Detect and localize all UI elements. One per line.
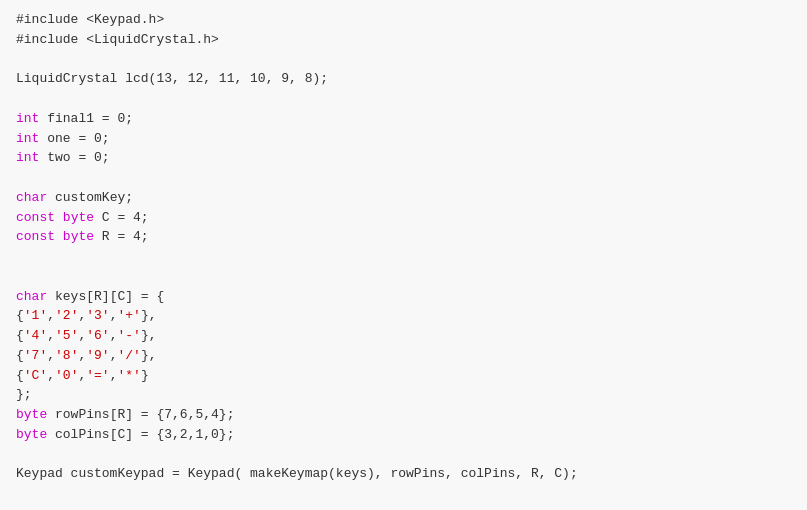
key-3: '3' — [86, 308, 109, 323]
key-11: '9' — [86, 348, 109, 363]
code-line-18: {'7','8','9','/'}, — [16, 346, 791, 366]
customkey-decl: customKey; — [47, 190, 133, 205]
key-9: '7' — [24, 348, 47, 363]
code-line-16: {'1','2','3','+'}, — [16, 306, 791, 326]
code-line-21: byte rowPins[R] = {7,6,5,4}; — [16, 405, 791, 425]
key-16: '*' — [117, 368, 140, 383]
space-1 — [55, 210, 63, 225]
final1-decl: final1 = 0; — [39, 111, 133, 126]
kw-int-2: int — [16, 131, 39, 146]
key-12: '/' — [117, 348, 140, 363]
end-brace: }; — [16, 387, 32, 402]
empty-line-13 — [16, 247, 791, 267]
code-line-17: {'4','5','6','-'}, — [16, 326, 791, 346]
keys-decl: keys[R][C] = { — [47, 289, 164, 304]
empty-line-23 — [16, 445, 791, 465]
code-line-20: }; — [16, 385, 791, 405]
kw-byte-2: byte — [63, 229, 94, 244]
code-line-22: byte colPins[C] = {3,2,1,0}; — [16, 425, 791, 445]
comma-1: , — [47, 308, 55, 323]
comma-10: , — [47, 368, 55, 383]
kw-int-1: int — [16, 111, 39, 126]
empty-line-3 — [16, 50, 791, 70]
code-line-6: int final1 = 0; — [16, 109, 791, 129]
code-line-2: #include <LiquidCrystal.h> — [16, 30, 791, 50]
brace-close-1: }, — [141, 308, 157, 323]
empty-line-5 — [16, 89, 791, 109]
code-line-1: #include <Keypad.h> — [16, 10, 791, 30]
kw-char-1: char — [16, 190, 47, 205]
key-2: '2' — [55, 308, 78, 323]
kw-const-2: const — [16, 229, 55, 244]
brace-open-2: { — [16, 328, 24, 343]
brace-close-3: }, — [141, 348, 157, 363]
brace-open-3: { — [16, 348, 24, 363]
brace-close-4: } — [141, 368, 149, 383]
space-2 — [55, 229, 63, 244]
empty-line-9 — [16, 168, 791, 188]
r-decl: R = 4; — [94, 229, 149, 244]
lcd-init: LiquidCrystal lcd(13, 12, 11, 10, 9, 8); — [16, 71, 328, 86]
key-8: '-' — [117, 328, 140, 343]
include-1: #include <Keypad.h> — [16, 12, 164, 27]
include-2: #include <LiquidCrystal.h> — [16, 32, 219, 47]
code-line-15: char keys[R][C] = { — [16, 287, 791, 307]
code-line-4: LiquidCrystal lcd(13, 12, 11, 10, 9, 8); — [16, 69, 791, 89]
code-line-11: const byte C = 4; — [16, 208, 791, 228]
key-5: '4' — [24, 328, 47, 343]
brace-open-4: { — [16, 368, 24, 383]
key-7: '6' — [86, 328, 109, 343]
c-decl: C = 4; — [94, 210, 149, 225]
code-editor: #include <Keypad.h> #include <LiquidCrys… — [0, 0, 807, 510]
key-6: '5' — [55, 328, 78, 343]
comma-4: , — [47, 328, 55, 343]
rowpins-decl: rowPins[R] = {7,6,5,4}; — [47, 407, 234, 422]
kw-byte-3: byte — [16, 407, 47, 422]
key-14: '0' — [55, 368, 78, 383]
key-1: '1' — [24, 308, 47, 323]
key-15: '=' — [86, 368, 109, 383]
two-decl: two = 0; — [39, 150, 109, 165]
code-line-12: const byte R = 4; — [16, 227, 791, 247]
kw-int-3: int — [16, 150, 39, 165]
code-line-24: Keypad customKeypad = Keypad( makeKeymap… — [16, 464, 791, 484]
key-13: 'C' — [24, 368, 47, 383]
empty-line-14 — [16, 267, 791, 287]
keypad-init: Keypad customKeypad = Keypad( makeKeymap… — [16, 466, 578, 481]
code-line-8: int two = 0; — [16, 148, 791, 168]
kw-char-2: char — [16, 289, 47, 304]
comma-7: , — [47, 348, 55, 363]
code-line-10: char customKey; — [16, 188, 791, 208]
key-10: '8' — [55, 348, 78, 363]
one-decl: one = 0; — [39, 131, 109, 146]
colpins-decl: colPins[C] = {3,2,1,0}; — [47, 427, 234, 442]
code-line-7: int one = 0; — [16, 129, 791, 149]
brace-close-2: }, — [141, 328, 157, 343]
brace-open-1: { — [16, 308, 24, 323]
empty-line-25 — [16, 484, 791, 504]
key-4: '+' — [117, 308, 140, 323]
kw-byte-1: byte — [63, 210, 94, 225]
code-line-19: {'C','0','=','*'} — [16, 366, 791, 386]
kw-byte-4: byte — [16, 427, 47, 442]
kw-const-1: const — [16, 210, 55, 225]
